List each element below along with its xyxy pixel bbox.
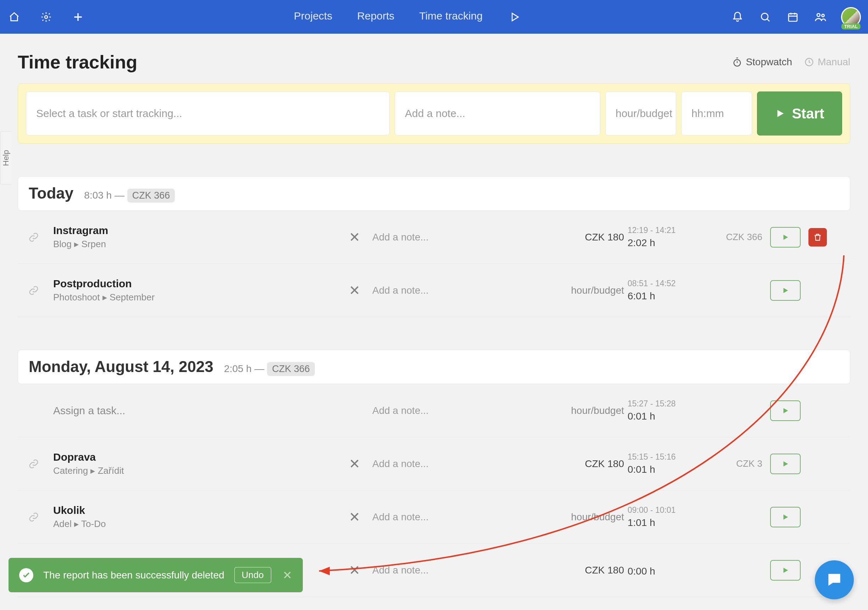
clear-task-icon[interactable]: ✕: [340, 562, 369, 578]
check-icon: [19, 568, 33, 582]
task-cell[interactable]: PostproductionPhotoshoot ▸ September: [53, 278, 337, 303]
time-entry: UkolikAdel ▸ To-Do✕Add a note...hour/bud…: [18, 490, 850, 544]
avatar[interactable]: TRIAL: [841, 7, 861, 27]
time-cell[interactable]: 12:19 - 14:212:02 h: [628, 225, 705, 248]
rate-cell[interactable]: hour/budget: [560, 285, 624, 296]
time-entry: InstragramBlog ▸ Srpen✕Add a note...CZK …: [18, 211, 850, 264]
task-name: Assign a task...: [53, 405, 337, 417]
svg-marker-11: [784, 408, 788, 413]
svg-marker-1: [512, 13, 518, 20]
note-cell[interactable]: Add a note...: [372, 458, 557, 470]
time-entry: PostproductionPhotoshoot ▸ September✕Add…: [18, 264, 850, 317]
rate-cell[interactable]: CZK 180: [560, 458, 624, 470]
page: Time tracking Stopwatch Manual Select a …: [0, 34, 868, 610]
task-cell[interactable]: InstragramBlog ▸ Srpen: [53, 225, 337, 250]
total-cell: CZK 366: [709, 231, 763, 242]
duration: 2:02 h: [628, 237, 705, 248]
time-input[interactable]: hh:mm: [681, 92, 752, 135]
total-cell: CZK 3: [709, 458, 763, 469]
svg-point-6: [734, 60, 741, 66]
start-button[interactable]: Start: [757, 92, 842, 135]
top-nav: Projects Reports Time tracking TRIAL: [0, 0, 868, 34]
tracker-box: Select a task or start tracking... Add a…: [18, 83, 850, 144]
play-button[interactable]: [770, 400, 801, 421]
play-button[interactable]: [770, 453, 801, 474]
note-cell[interactable]: Add a note...: [372, 565, 557, 576]
day-badge: CZK 366: [127, 189, 175, 202]
time-cell[interactable]: 0:00 h: [628, 563, 705, 577]
play-outline-icon[interactable]: [507, 10, 522, 24]
task-cell[interactable]: UkolikAdel ▸ To-Do: [53, 504, 337, 529]
note-input[interactable]: Add a note...: [395, 92, 600, 135]
play-cell: [766, 280, 805, 301]
topbar-left: [7, 10, 85, 24]
home-icon[interactable]: [7, 10, 21, 24]
play-button[interactable]: [770, 560, 801, 581]
time-cell[interactable]: 09:00 - 10:011:01 h: [628, 505, 705, 528]
svg-marker-12: [784, 461, 788, 466]
mode-manual[interactable]: Manual: [804, 56, 850, 68]
link-icon[interactable]: [18, 459, 50, 469]
search-icon[interactable]: [758, 10, 772, 24]
help-tab[interactable]: Help: [0, 131, 11, 185]
time-cell[interactable]: 15:15 - 15:160:01 h: [628, 452, 705, 475]
duration: 6:01 h: [628, 290, 705, 302]
time-range: 08:51 - 14:52: [628, 279, 705, 288]
gear-icon[interactable]: [39, 10, 53, 24]
calendar-icon[interactable]: [786, 10, 800, 24]
plus-icon[interactable]: [71, 10, 85, 24]
svg-marker-8: [778, 110, 784, 117]
bell-icon[interactable]: [730, 10, 745, 24]
time-cell[interactable]: 15:27 - 15:280:01 h: [628, 399, 705, 422]
day-title: Monday, August 14, 2023: [29, 358, 214, 376]
link-icon[interactable]: [18, 232, 50, 242]
day-badge: CZK 366: [267, 362, 315, 376]
rate-cell[interactable]: hour/budget: [560, 405, 624, 416]
day-header: Monday, August 14, 2023 2:05 h — CZK 366: [18, 350, 850, 384]
svg-marker-13: [784, 514, 788, 520]
play-cell: [766, 560, 805, 581]
task-path: Adel ▸ To-Do: [53, 518, 337, 529]
clear-task-icon[interactable]: ✕: [340, 456, 369, 472]
note-cell[interactable]: Add a note...: [372, 285, 557, 296]
undo-button[interactable]: Undo: [234, 567, 271, 583]
play-button[interactable]: [770, 507, 801, 527]
day-title: Today: [29, 185, 73, 202]
time-cell[interactable]: 08:51 - 14:526:01 h: [628, 279, 705, 302]
time-range: 12:19 - 14:21: [628, 225, 705, 235]
clear-task-icon[interactable]: ✕: [340, 230, 369, 245]
play-button[interactable]: [770, 227, 801, 248]
days-container: Today 8:03 h — CZK 366 InstragramBlog ▸ …: [18, 176, 850, 610]
rate-cell[interactable]: CZK 180: [560, 231, 624, 243]
nav-time-tracking[interactable]: Time tracking: [419, 10, 482, 24]
mode-stopwatch-label: Stopwatch: [746, 56, 792, 68]
link-icon[interactable]: [18, 285, 50, 296]
delete-button[interactable]: [808, 228, 827, 247]
mode-stopwatch[interactable]: Stopwatch: [732, 56, 792, 68]
duration: 0:00 h: [628, 566, 705, 577]
topbar-center: Projects Reports Time tracking: [85, 10, 730, 24]
time-entry: DopravaCatering ▸ Zařídit✕Add a note...C…: [18, 437, 850, 490]
toast-close-icon[interactable]: ✕: [283, 568, 292, 582]
nav-projects[interactable]: Projects: [294, 10, 332, 24]
link-icon[interactable]: [18, 512, 50, 522]
people-icon[interactable]: [814, 10, 828, 24]
rate-cell[interactable]: hour/budget: [560, 511, 624, 523]
note-cell[interactable]: Add a note...: [372, 231, 557, 243]
task-path: Catering ▸ Zařídit: [53, 465, 337, 476]
task-cell[interactable]: Assign a task...: [53, 405, 337, 417]
task-input[interactable]: Select a task or start tracking...: [26, 92, 390, 135]
play-cell: [766, 507, 805, 527]
play-button[interactable]: [770, 280, 801, 301]
chat-button[interactable]: [815, 560, 854, 599]
nav-reports[interactable]: Reports: [357, 10, 394, 24]
trial-badge: TRIAL: [842, 23, 860, 29]
note-cell[interactable]: Add a note...: [372, 511, 557, 523]
rate-input[interactable]: hour/budget: [605, 92, 676, 135]
clear-task-icon[interactable]: ✕: [340, 509, 369, 525]
note-cell[interactable]: Add a note...: [372, 405, 557, 416]
task-path: Photoshoot ▸ September: [53, 292, 337, 303]
clear-task-icon[interactable]: ✕: [340, 282, 369, 298]
rate-cell[interactable]: CZK 180: [560, 565, 624, 576]
task-cell[interactable]: DopravaCatering ▸ Zařídit: [53, 451, 337, 476]
